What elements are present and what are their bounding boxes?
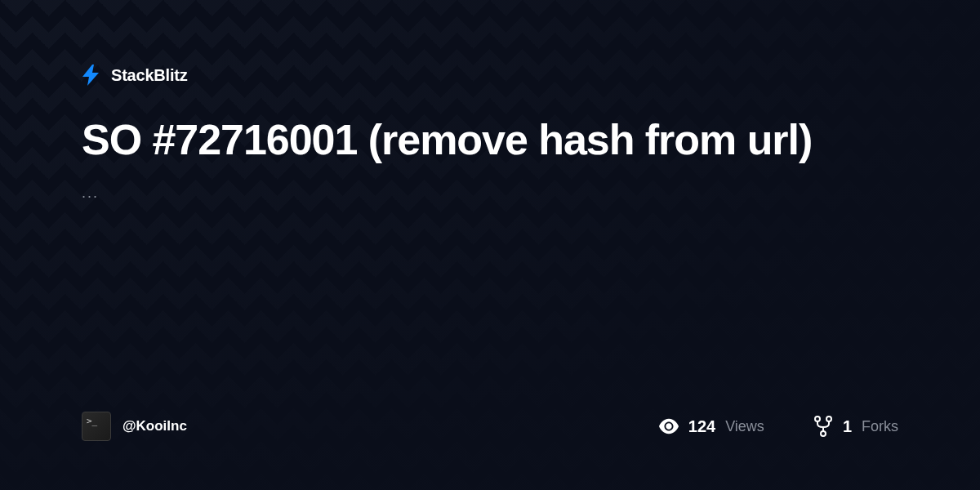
views-label: Views — [725, 418, 764, 435]
stats-container: 124 Views 1 Forks — [659, 416, 898, 436]
bolt-icon — [82, 65, 101, 85]
forks-label: Forks — [862, 418, 898, 435]
fork-icon — [813, 416, 833, 436]
svg-point-2 — [821, 431, 826, 436]
eye-icon — [659, 416, 679, 436]
footer: @KooiInc 124 Views — [82, 412, 898, 441]
main-container: StackBlitz SO #72716001 (remove hash fro… — [0, 0, 980, 490]
views-count: 124 — [688, 417, 715, 436]
brand-name: StackBlitz — [111, 66, 188, 85]
forks-count: 1 — [843, 417, 852, 436]
project-title: SO #72716001 (remove hash from url) — [82, 116, 817, 165]
avatar — [82, 412, 111, 441]
project-description: ... — [82, 185, 898, 202]
forks-stat: 1 Forks — [813, 416, 898, 436]
views-stat: 124 Views — [659, 416, 764, 436]
author-username: @KooiInc — [122, 418, 187, 434]
brand-logo[interactable]: StackBlitz — [82, 65, 898, 85]
author-link[interactable]: @KooiInc — [82, 412, 187, 441]
svg-point-1 — [826, 416, 831, 421]
svg-point-0 — [815, 416, 820, 421]
